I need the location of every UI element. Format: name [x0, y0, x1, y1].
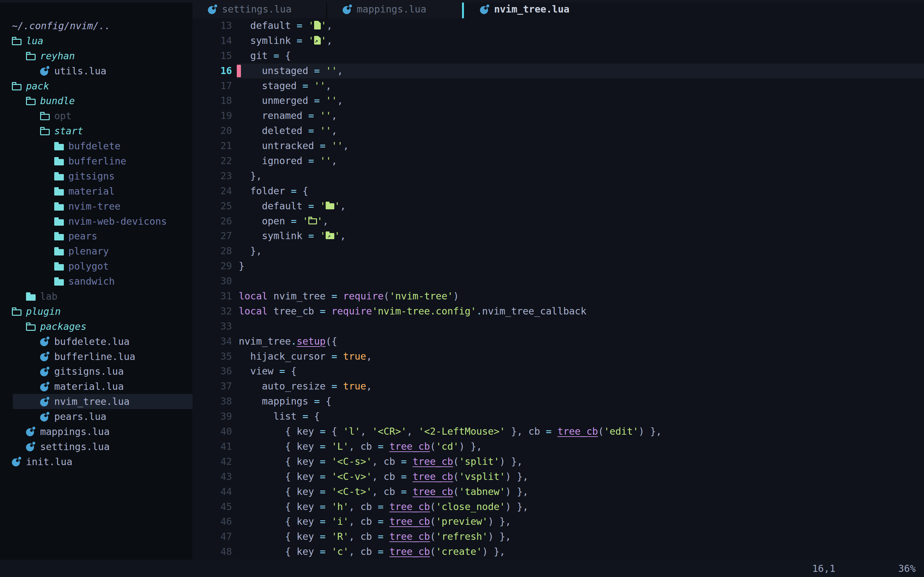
code-line-18[interactable]: 18 unmerged = '',	[192, 93, 924, 108]
tree-row[interactable]: lab	[0, 289, 192, 304]
tree-item-label: init.lua	[26, 456, 73, 467]
tree-row[interactable]: polygot	[0, 259, 192, 274]
code-line-31[interactable]: 31local nvim_tree = require('nvim-tree')	[192, 289, 924, 304]
tree-row[interactable]: nvim-tree	[0, 199, 192, 214]
lua-file-icon	[40, 367, 50, 376]
tree-row[interactable]: utils.lua	[0, 63, 192, 79]
code-line-47[interactable]: 47 { key = 'R', cb = tree_cb('refresh') …	[192, 529, 924, 544]
line-number: 17	[192, 79, 232, 93]
folder-closed-icon	[54, 279, 64, 285]
tree-item-label: settings.lua	[40, 441, 110, 452]
tree-row[interactable]: lua	[0, 33, 192, 48]
folder-closed-icon	[54, 189, 64, 195]
code-line-23[interactable]: 23 },	[192, 169, 924, 184]
file-symlink-icon	[314, 36, 321, 45]
code-line-14[interactable]: 14 symlink = '',	[192, 33, 924, 48]
line-number: 22	[192, 153, 232, 169]
code-line-19[interactable]: 19 renamed = '',	[192, 108, 924, 123]
tree-row[interactable]: plenary	[0, 243, 192, 259]
code-line-21[interactable]: 21 untracked = '',	[192, 139, 924, 153]
code-line-17[interactable]: 17 staged = '',	[192, 79, 924, 93]
code-line-40[interactable]: 40 { key = { 'l', '<CR>', '<2-LeftMouse>…	[192, 424, 924, 439]
code-text: },	[239, 170, 262, 181]
tabline-top-fill	[0, 0, 924, 3]
tree-row[interactable]: nvim_tree.lua	[0, 394, 192, 409]
tree-row[interactable]: sandwich	[0, 274, 192, 289]
code-line-45[interactable]: 45 { key = 'h', cb = tree_cb('close_node…	[192, 500, 924, 514]
tab-settings-lua[interactable]: settings.lua	[192, 0, 326, 18]
tab-mappings-lua[interactable]: mappings.lua	[326, 0, 461, 18]
tree-row[interactable]: packages	[0, 319, 192, 334]
code-line-35[interactable]: 35 hijack_cursor = true,	[192, 349, 924, 364]
tree-row[interactable]: opt	[0, 108, 192, 123]
line-number: 41	[192, 439, 232, 454]
code-line-43[interactable]: 43 { key = '<C-v>', cb = tree_cb('vsplit…	[192, 469, 924, 484]
lua-file-icon	[40, 382, 50, 392]
tree-row[interactable]: mappings.lua	[0, 424, 192, 439]
tree-row[interactable]: plugin	[0, 304, 192, 319]
line-number: 45	[192, 500, 232, 514]
code-line-24[interactable]: 24 folder = {	[192, 184, 924, 199]
code-text: { key = '<C-t>', cb = tree_cb('tabnew') …	[239, 486, 528, 497]
code-text: unmerged = '',	[239, 95, 343, 106]
code-line-32[interactable]: 32local tree_cb = require'nvim-tree.conf…	[192, 304, 924, 319]
code-line-39[interactable]: 39 list = {	[192, 409, 924, 424]
tree-row[interactable]: pears	[0, 229, 192, 243]
tree-row[interactable]: pack	[0, 79, 192, 93]
code-line-44[interactable]: 44 { key = '<C-t>', cb = tree_cb('tabnew…	[192, 484, 924, 500]
lua-file-icon	[40, 412, 50, 422]
code-text: ignored = '',	[239, 155, 337, 166]
code-text: { key = 'R', cb = tree_cb('refresh') },	[239, 531, 511, 542]
code-line-41[interactable]: 41 { key = 'L', cb = tree_cb('cd') },	[192, 439, 924, 454]
tree-row[interactable]: reyhan	[0, 48, 192, 63]
lua-file-icon	[26, 427, 36, 436]
code-line-16[interactable]: 16 unstaged = '',	[192, 63, 924, 79]
code-line-38[interactable]: 38 mappings = {	[192, 394, 924, 409]
code-line-42[interactable]: 42 { key = '<C-s>', cb = tree_cb('split'…	[192, 454, 924, 469]
tab-bar: settings.luamappings.luanvim_tree.lua	[192, 0, 924, 18]
tree-row[interactable]: pears.lua	[0, 409, 192, 424]
tree-item-label: nvim-web-devicons	[68, 216, 167, 227]
tree-row[interactable]: bufdelete.lua	[0, 334, 192, 349]
code-text: { key = { 'l', '<CR>', '<2-LeftMouse>' }…	[239, 426, 662, 437]
code-line-25[interactable]: 25 default = '',	[192, 199, 924, 214]
tree-item-label: lua	[26, 35, 43, 47]
code-line-13[interactable]: 13 default = '',	[192, 18, 924, 33]
line-number: 32	[192, 304, 232, 319]
tree-row[interactable]: bufferline	[0, 153, 192, 169]
tree-row[interactable]: nvim-web-devicons	[0, 214, 192, 229]
code-line-34[interactable]: 34nvim_tree.setup({	[192, 334, 924, 349]
tree-row[interactable]: settings.lua	[0, 439, 192, 454]
code-line-37[interactable]: 37 auto_resize = true,	[192, 379, 924, 394]
code-line-20[interactable]: 20 deleted = '',	[192, 123, 924, 139]
line-number: 20	[192, 123, 232, 139]
code-line-48[interactable]: 48 { key = 'c', cb = tree_cb('create') }…	[192, 544, 924, 559]
code-line-22[interactable]: 22 ignored = '',	[192, 153, 924, 169]
code-text: nvim_tree.setup({	[239, 335, 337, 347]
tree-row[interactable]: bufferline.lua	[0, 349, 192, 364]
code-line-27[interactable]: 27 symlink = '',	[192, 229, 924, 243]
tree-row[interactable]: material.lua	[0, 379, 192, 394]
tree-row[interactable]: ~/.config/nvim/..	[0, 18, 192, 33]
code-line-46[interactable]: 46 { key = 'i', cb = tree_cb('preview') …	[192, 514, 924, 529]
tree-row[interactable]: init.lua	[0, 454, 192, 469]
tree-row[interactable]: bundle	[0, 93, 192, 108]
tree-row[interactable]: gitsigns	[0, 169, 192, 184]
tree-item-label: mappings.lua	[40, 426, 110, 437]
code-line-29[interactable]: 29}	[192, 259, 924, 274]
tree-row[interactable]: gitsigns.lua	[0, 364, 192, 379]
code-line-26[interactable]: 26 open = '',	[192, 214, 924, 229]
tree-row[interactable]: start	[0, 123, 192, 139]
code-text: { key = 'h', cb = tree_cb('close_node') …	[239, 501, 528, 512]
code-line-30[interactable]: 30	[192, 274, 924, 289]
tree-row[interactable]: material	[0, 184, 192, 199]
tab-nvim-tree-lua[interactable]: nvim_tree.lua	[464, 0, 592, 18]
code-line-33[interactable]: 33	[192, 319, 924, 334]
code-line-15[interactable]: 15 git = {	[192, 48, 924, 63]
code-line-36[interactable]: 36 view = {	[192, 364, 924, 379]
code-line-28[interactable]: 28 },	[192, 243, 924, 259]
folder-closed-icon	[54, 204, 64, 211]
tree-item-label: gitsigns.lua	[54, 366, 124, 377]
tree-row[interactable]: bufdelete	[0, 139, 192, 153]
code-text: staged = '',	[239, 80, 331, 91]
